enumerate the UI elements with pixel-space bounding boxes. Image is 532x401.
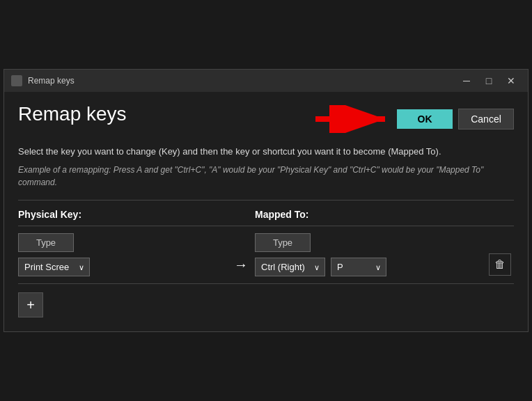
physical-key-header: Physical Key: — [18, 209, 227, 220]
app-icon — [11, 75, 22, 86]
maximize-button[interactable]: □ — [479, 74, 499, 88]
divider — [18, 200, 514, 200]
physical-key-select-wrapper: Print Scree A B Ctrl — [18, 258, 90, 276]
mapping-arrow: → — [227, 237, 255, 273]
mapping-row: Type Print Scree A B Ctrl → Type — [18, 226, 514, 284]
description-text: Select the key you want to change (Key) … — [18, 145, 514, 159]
window: Remap keys ─ □ ✕ Remap keys — [3, 69, 529, 333]
mapped-type-button[interactable]: Type — [255, 233, 311, 252]
mapped-key2-select[interactable]: P A B C — [331, 258, 386, 276]
arrow-indicator — [312, 105, 396, 133]
content-area: Remap keys OK Cancel — [4, 92, 528, 332]
mapped-key1-select[interactable]: Ctrl (Right) Ctrl (Left) Alt Shift — [255, 258, 325, 276]
page-title: Remap keys — [18, 103, 127, 125]
cancel-button[interactable]: Cancel — [458, 109, 514, 129]
add-row: + — [18, 292, 514, 317]
columns-header: Physical Key: Mapped To: — [18, 209, 514, 220]
trash-icon: 🗑 — [494, 258, 506, 271]
ok-cancel-area: OK Cancel — [397, 109, 514, 129]
mapped-to-col: Type Ctrl (Right) Ctrl (Left) Alt Shift … — [255, 233, 486, 276]
example-text: Example of a remapping: Press A and get … — [18, 164, 514, 189]
ok-button[interactable]: OK — [397, 109, 453, 129]
delete-mapping-button[interactable]: 🗑 — [489, 253, 511, 276]
mapped-key1-select-wrapper: Ctrl (Right) Ctrl (Left) Alt Shift — [255, 258, 325, 276]
add-mapping-button[interactable]: + — [18, 292, 43, 317]
mapped-key2-select-wrapper: P A B C — [331, 258, 386, 276]
delete-col: 🗑 — [486, 234, 514, 276]
header-row: Remap keys OK Cancel — [18, 103, 514, 135]
mapped-dropdowns: Ctrl (Right) Ctrl (Left) Alt Shift P A B… — [255, 258, 386, 276]
title-bar: Remap keys ─ □ ✕ — [4, 70, 528, 92]
physical-key-select[interactable]: Print Scree A B Ctrl — [18, 258, 90, 276]
physical-key-col: Type Print Scree A B Ctrl — [18, 233, 227, 276]
title-bar-controls: ─ □ ✕ — [457, 74, 521, 88]
physical-type-button[interactable]: Type — [18, 233, 74, 252]
mapped-to-header: Mapped To: — [255, 209, 506, 220]
close-button[interactable]: ✕ — [501, 74, 521, 88]
title-bar-label: Remap keys — [28, 76, 75, 86]
title-bar-left: Remap keys — [11, 75, 75, 86]
minimize-button[interactable]: ─ — [457, 74, 476, 88]
